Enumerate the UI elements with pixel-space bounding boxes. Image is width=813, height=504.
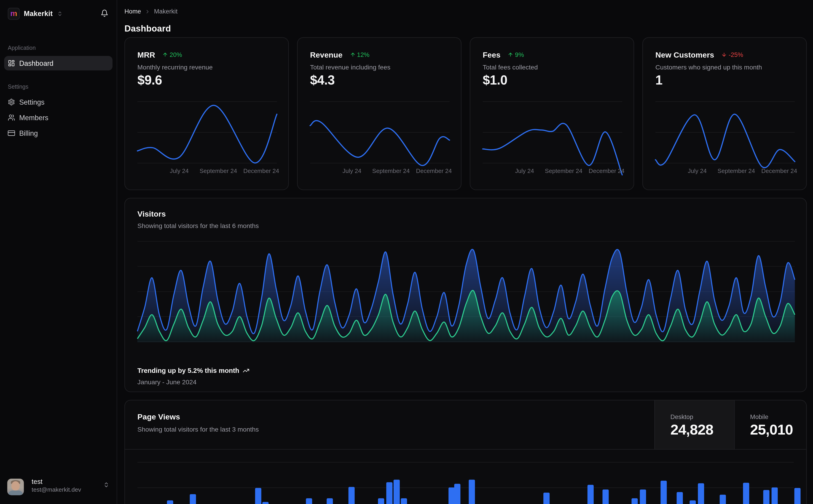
- page-views-card: Page Views Showing total visitors for th…: [124, 400, 807, 504]
- members-icon: [8, 114, 15, 121]
- bar: [763, 490, 769, 504]
- user-avatar: [7, 479, 24, 495]
- bar: [772, 487, 778, 504]
- page-views-stat-label: Desktop: [671, 413, 693, 421]
- app-root: m Makerkit ApplicationDashboardSettingsS…: [0, 0, 813, 504]
- breadcrumb-home[interactable]: Home: [124, 8, 141, 15]
- page-views-stat-value: 24,828: [671, 422, 713, 438]
- sidebar-group: SettingsSettingsMembersBilling: [4, 83, 112, 140]
- sidebar-item-label: Dashboard: [19, 59, 53, 67]
- makerkit-logo: m: [8, 8, 20, 19]
- bar: [698, 483, 704, 504]
- bar: [794, 488, 800, 504]
- bar: [677, 492, 683, 504]
- bar: [543, 493, 549, 504]
- bar: [587, 485, 594, 504]
- page-views-stat-mobile[interactable]: Mobile 25,010: [734, 401, 807, 449]
- bar: [378, 498, 384, 504]
- bar: [167, 500, 173, 504]
- chevrons-up-down-icon: [57, 11, 62, 16]
- x-axis-label: December 24: [243, 168, 279, 174]
- settings-icon: [8, 98, 15, 106]
- x-axis-label: September 24: [545, 168, 582, 174]
- billing-icon: [8, 130, 15, 137]
- page-views-stat-value: 25,010: [750, 422, 793, 438]
- user-email: test@makerkit.dev: [32, 486, 81, 493]
- x-axis-label: December 24: [416, 168, 452, 174]
- visitors-trend-text: Trending up by 5.2% this month: [137, 367, 239, 374]
- sidebar-item-label: Members: [19, 114, 48, 122]
- page-views-subtitle: Showing total visitors for the last 3 mo…: [137, 426, 259, 433]
- x-axis-label: September 24: [372, 168, 410, 174]
- page-views-header: Page Views Showing total visitors for th…: [125, 401, 806, 450]
- x-axis-label: December 24: [761, 168, 797, 174]
- bell-icon[interactable]: [101, 9, 108, 17]
- dashboard-icon: [8, 60, 15, 67]
- breadcrumb: Home Makerkit: [124, 8, 177, 15]
- bar: [602, 490, 609, 504]
- trending-up-icon: [243, 367, 250, 374]
- bar: [349, 487, 355, 504]
- sidebar-item-settings[interactable]: Settings: [4, 95, 112, 109]
- bar: [661, 481, 667, 504]
- x-axis-label: July 24: [688, 168, 707, 174]
- visitors-range: January - June 2024: [137, 379, 196, 386]
- sidebar-item-dashboard[interactable]: Dashboard: [4, 56, 112, 70]
- workspace-switcher[interactable]: m Makerkit: [8, 6, 62, 21]
- sidebar-group-label: Settings: [4, 83, 112, 90]
- bar: [632, 498, 638, 504]
- workspace-name: Makerkit: [24, 10, 53, 17]
- stat-card-fees: Fees 9% Total fees collected $1.0July 24…: [470, 37, 634, 190]
- gridline: [137, 487, 794, 488]
- bar: [306, 498, 312, 504]
- bar: [640, 490, 646, 504]
- sidebar-item-label: Billing: [19, 129, 38, 137]
- visitors-card: Visitors Showing total visitors for the …: [124, 198, 807, 392]
- bar: [401, 498, 407, 504]
- stat-card-mrr: MRR 20% Monthly recurring revenue $9.6Ju…: [124, 37, 289, 190]
- user-name: test: [32, 477, 43, 485]
- stat-card-revenue: Revenue 12% Total revenue including fees…: [297, 37, 461, 190]
- x-axis-label: December 24: [589, 168, 625, 174]
- bar: [327, 498, 333, 504]
- bar: [190, 494, 196, 504]
- makerkit-logo-letter: m: [10, 9, 17, 17]
- sidebar-item-label: Settings: [19, 98, 45, 106]
- x-axis-label: July 24: [342, 168, 361, 174]
- x-axis-label: September 24: [199, 168, 237, 174]
- page-views-stat-label: Mobile: [750, 413, 768, 421]
- chevrons-up-down-icon: [103, 482, 109, 488]
- bar: [454, 484, 460, 504]
- bar: [469, 480, 475, 504]
- sidebar-nav: ApplicationDashboardSettingsSettingsMemb…: [4, 45, 112, 141]
- page-views-bar-chart: [125, 450, 806, 504]
- user-menu[interactable]: test test@makerkit.dev: [7, 475, 109, 499]
- bar: [255, 488, 261, 504]
- bar: [262, 502, 269, 504]
- gridline: [137, 462, 794, 462]
- page-title: Dashboard: [124, 24, 171, 34]
- bar: [394, 480, 400, 504]
- chevron-right-icon: [145, 8, 150, 14]
- bar: [386, 482, 392, 504]
- bar: [690, 500, 696, 504]
- x-axis-label: September 24: [718, 168, 755, 174]
- sidebar-item-billing[interactable]: Billing: [4, 126, 112, 140]
- breadcrumb-current: Makerkit: [154, 8, 177, 15]
- bar: [448, 487, 455, 504]
- sidebar-group-label: Application: [4, 45, 112, 51]
- sidebar: m Makerkit ApplicationDashboardSettingsS…: [0, 0, 117, 504]
- visitors-trend: Trending up by 5.2% this month: [137, 367, 250, 374]
- page-views-title: Page Views: [137, 412, 180, 421]
- x-axis-label: July 24: [170, 168, 189, 174]
- bar: [720, 495, 726, 504]
- stat-card-new_customers: New Customers -25% Customers who signed …: [643, 37, 807, 190]
- page-views-stat-desktop[interactable]: Desktop 24,828: [654, 401, 734, 449]
- bar: [743, 483, 749, 504]
- x-axis-label: July 24: [515, 168, 534, 174]
- sidebar-group: ApplicationDashboard: [4, 45, 112, 70]
- sidebar-item-members[interactable]: Members: [4, 110, 112, 125]
- visitors-area-chart: [125, 198, 807, 393]
